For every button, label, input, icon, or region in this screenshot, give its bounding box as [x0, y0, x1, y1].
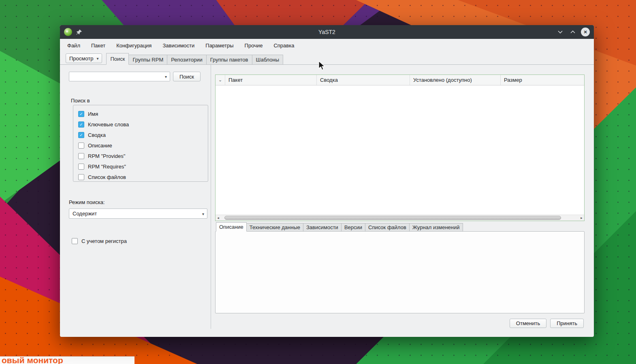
filter-row-7[interactable]: Список файлов	[78, 172, 208, 182]
filter-row-5[interactable]: RPM "Provides"	[78, 151, 208, 161]
checkbox-icon[interactable]: ✓	[78, 121, 84, 128]
menu-bar: ФайлПакетКонфигурацияЗависимостиПараметр…	[60, 39, 594, 52]
close-icon: ✕	[583, 30, 587, 35]
search-in-list: ✓Имя✓Ключевые слова✓СводкаОписаниеRPM "P…	[73, 105, 208, 182]
table-header: ⌄ПакетСводкаУстановлено (доступно)Размер	[216, 75, 584, 85]
detail-tab-5[interactable]: Список файлов	[365, 223, 409, 232]
close-button[interactable]: ✕	[581, 28, 590, 36]
search-combobox[interactable]: ▾	[69, 72, 170, 81]
minimize-button[interactable]	[556, 28, 565, 36]
detail-tab-4[interactable]: Версии	[341, 223, 365, 232]
chevron-down-icon[interactable]: ▾	[165, 75, 167, 79]
column-header-3[interactable]: Установлено (доступно)	[410, 75, 501, 85]
checkbox-icon[interactable]	[78, 164, 84, 170]
menu-item-2[interactable]: Пакет	[91, 43, 105, 49]
chevron-down-icon	[557, 29, 563, 35]
filter-label-2: Ключевые слова	[88, 121, 129, 128]
filter-row-2[interactable]: ✓Ключевые слова	[78, 119, 208, 130]
search-panel: ▾ Поиск Поиск в ✓Имя✓Ключевые слова✓Свод…	[66, 65, 211, 329]
search-mode-combobox[interactable]: Содержит ▾	[69, 209, 207, 219]
menu-item-1[interactable]: Файл	[67, 43, 80, 49]
filter-row-6[interactable]: RPM "Requires"	[78, 161, 208, 172]
checkbox-icon[interactable]	[78, 174, 84, 180]
column-header-4[interactable]: Размер	[501, 75, 584, 85]
horizontal-scrollbar[interactable]: ◂ ▸	[216, 215, 584, 221]
partial-window-text: овый монитор	[2, 356, 134, 364]
tab-5[interactable]: Шаблоны	[252, 55, 284, 65]
menu-item-6[interactable]: Прочие	[245, 43, 263, 49]
menu-item-5[interactable]: Параметры	[205, 43, 233, 49]
detail-tab-6[interactable]: Журнал изменений	[409, 223, 463, 232]
column-header-2[interactable]: Сводка	[317, 75, 410, 85]
column-header-1[interactable]: Пакет	[225, 75, 317, 85]
accept-button[interactable]: Принять	[550, 319, 584, 328]
view-dropdown-label: Просмотр	[69, 55, 93, 62]
view-dropdown-button[interactable]: Просмотр ▾	[66, 53, 102, 63]
search-button[interactable]: Поиск	[173, 72, 201, 81]
menu-item-7[interactable]: Справка	[273, 43, 294, 49]
filter-label-5: RPM "Provides"	[88, 153, 125, 159]
sort-chevron-icon[interactable]: ⌄	[216, 75, 225, 85]
filter-row-1[interactable]: ✓Имя	[78, 109, 208, 119]
filter-label-7: Список файлов	[88, 174, 126, 180]
checkbox-icon[interactable]: ✓	[78, 111, 84, 117]
detail-tab-1[interactable]: Описание	[216, 222, 247, 232]
detail-content[interactable]	[215, 231, 585, 313]
tab-1[interactable]: Поиск	[106, 53, 129, 65]
chevron-up-icon	[570, 29, 576, 35]
menu-item-3[interactable]: Конфигурация	[116, 43, 152, 49]
tab-4[interactable]: Группы пакетов	[206, 55, 252, 65]
case-sensitive-checkbox[interactable]: С учетом регистра	[72, 236, 127, 246]
yast-app-icon	[64, 28, 72, 36]
search-mode-value: Содержит	[73, 211, 97, 217]
cancel-button[interactable]: Отменить	[510, 319, 546, 328]
checkbox-icon[interactable]	[78, 153, 84, 159]
menu-item-4[interactable]: Зависимости	[162, 43, 194, 49]
maximize-button[interactable]	[568, 28, 577, 36]
scroll-left-icon[interactable]: ◂	[216, 216, 221, 220]
filter-label-6: RPM "Requires"	[88, 164, 126, 170]
search-input[interactable]	[71, 72, 160, 81]
action-row: Отменить Принять	[510, 319, 584, 328]
checkbox-icon[interactable]: ✓	[78, 132, 84, 138]
tab-2[interactable]: Группы RPM	[129, 55, 167, 65]
tab-row: Просмотр ▾ ПоискГруппы RPMРепозиторииГру…	[60, 52, 594, 65]
filter-label-1: Имя	[88, 111, 98, 117]
tab-3[interactable]: Репозитории	[167, 55, 206, 65]
search-in-label: Поиск в	[71, 98, 90, 104]
scrollbar-track[interactable]	[221, 215, 579, 221]
yast2-window: YaST2 ✕ ФайлПакетКонфигурацияЗависимости…	[60, 25, 594, 337]
search-mode-label: Режим поиска:	[69, 199, 105, 205]
detail-tab-3[interactable]: Зависимости	[303, 223, 341, 232]
titlebar[interactable]: YaST2 ✕	[60, 25, 594, 39]
case-sensitive-label: С учетом регистра	[81, 238, 127, 244]
filter-row-4[interactable]: Описание	[78, 140, 208, 151]
package-table: ⌄ПакетСводкаУстановлено (доступно)Размер…	[215, 75, 585, 221]
filter-row-3[interactable]: ✓Сводка	[78, 130, 208, 140]
filter-label-3: Сводка	[88, 132, 106, 138]
chevron-down-icon: ▾	[96, 56, 98, 61]
main-content: ▾ Поиск Поиск в ✓Имя✓Ключевые слова✓Свод…	[60, 65, 594, 337]
chevron-down-icon: ▾	[202, 211, 204, 216]
filter-label-4: Описание	[88, 143, 112, 149]
scroll-right-icon[interactable]: ▸	[579, 216, 584, 220]
package-panel: ⌄ПакетСводкаУстановлено (доступно)Размер…	[215, 65, 585, 337]
checkbox-icon[interactable]	[72, 238, 78, 244]
scrollbar-thumb[interactable]	[224, 216, 561, 220]
window-title: YaST2	[60, 29, 594, 35]
partial-window[interactable]: овый монитор	[0, 356, 134, 364]
view-tabs: ПоискГруппы RPMРепозиторииГруппы пакетов…	[106, 52, 283, 64]
detail-tabs: ОписаниеТехнические данныеЗависимостиВер…	[216, 222, 463, 232]
pin-icon[interactable]	[76, 29, 82, 35]
table-body[interactable]	[216, 85, 584, 215]
checkbox-icon[interactable]	[78, 143, 84, 149]
detail-tab-2[interactable]: Технические данные	[247, 223, 303, 232]
